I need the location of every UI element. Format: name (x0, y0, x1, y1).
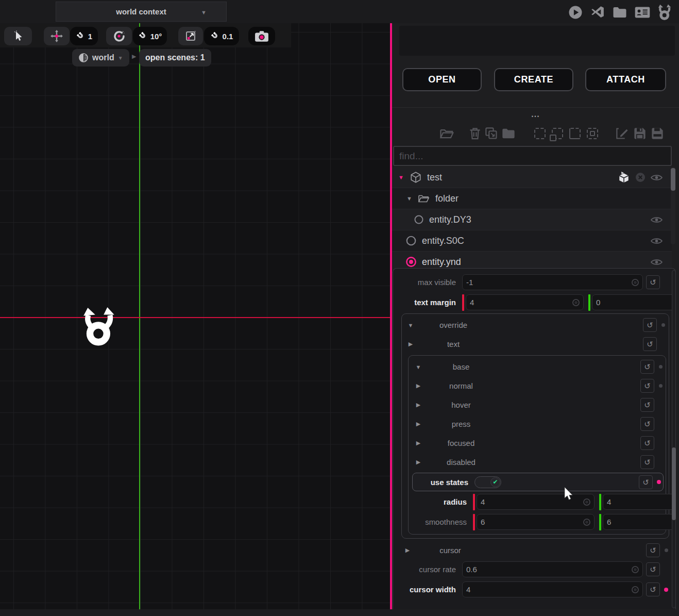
tree-row-entity-s0c[interactable]: entity.S0C (392, 230, 672, 252)
rotate-snap-button[interactable]: 10° (133, 27, 167, 45)
tree-scrollbar-thumb[interactable] (671, 168, 675, 191)
props-scrollbar-track[interactable] (672, 270, 676, 608)
value-input[interactable] (466, 278, 632, 287)
value-input[interactable] (596, 298, 676, 307)
remove-icon[interactable] (635, 172, 646, 183)
expander-right-icon[interactable]: ▶ (412, 402, 425, 408)
drag-knob[interactable] (572, 299, 580, 306)
radius-x-input[interactable] (477, 494, 595, 510)
reset-button[interactable]: ↺ (639, 475, 653, 489)
value-input[interactable] (607, 518, 676, 526)
visibility-eye-icon[interactable] (651, 216, 663, 224)
folder-open-button[interactable] (439, 127, 455, 140)
select-partial-button[interactable] (569, 128, 581, 139)
open-button[interactable]: OPEN (402, 68, 482, 91)
radius-y-input[interactable] (603, 494, 676, 510)
entity-logo-sprite[interactable] (81, 307, 118, 347)
reset-button[interactable]: ↺ (643, 318, 657, 332)
visibility-eye-icon[interactable] (651, 174, 663, 181)
use-states-toggle[interactable]: ✔ (474, 476, 501, 488)
value-input[interactable] (466, 585, 632, 594)
base-header[interactable]: ▼ base ↺ (412, 357, 664, 376)
scale-tool-button[interactable] (178, 27, 203, 45)
reset-button[interactable]: ↺ (640, 398, 654, 412)
value-input[interactable] (470, 298, 572, 307)
override-header[interactable]: ▼ override ↺ (404, 315, 666, 335)
reset-button[interactable]: ↺ (640, 417, 654, 431)
text-subgroup-header[interactable]: ▶ text ↺ (404, 335, 666, 354)
disabled-subgroup-header[interactable]: ▶ disabled ↺ (412, 453, 664, 472)
unpack-prefab-icon[interactable] (618, 171, 630, 184)
screenshot-button[interactable] (248, 27, 275, 45)
scene-viewport[interactable]: 1 10° 0.1 world ▼ ▶ open scenes: 1 (0, 23, 391, 609)
smoothness-y-input[interactable] (603, 514, 676, 530)
drag-knob[interactable] (632, 586, 639, 593)
select-union-button[interactable] (552, 128, 563, 139)
cursor-subgroup-header[interactable]: ▶ cursor ↺ (401, 541, 669, 560)
expander-right-icon[interactable]: ▶ (404, 341, 417, 347)
reset-button[interactable]: ↺ (640, 360, 654, 374)
tree-row-test[interactable]: ▼ test (392, 167, 672, 188)
expander-right-icon[interactable]: ▶ (401, 547, 414, 554)
select-contents-button[interactable] (587, 128, 598, 139)
context-selector[interactable]: world context ▼ (56, 2, 227, 22)
expander-right-icon[interactable]: ▶ (412, 440, 425, 446)
hierarchy-search[interactable] (393, 146, 672, 166)
expander-down-icon[interactable]: ▼ (404, 322, 417, 328)
play-button[interactable] (568, 5, 583, 20)
attach-button[interactable]: ATTACH (585, 68, 666, 91)
create-button[interactable]: CREATE (494, 68, 573, 91)
value-input[interactable] (481, 518, 583, 526)
cursor-width-input[interactable] (462, 581, 643, 597)
engine-logo-icon[interactable] (657, 4, 673, 21)
folder-icon[interactable] (612, 6, 627, 19)
focused-subgroup-header[interactable]: ▶ focused ↺ (412, 434, 664, 453)
drag-knob[interactable] (583, 498, 590, 506)
text-margin-y-input[interactable] (592, 294, 676, 310)
max-visible-input[interactable] (462, 274, 643, 290)
reset-button[interactable]: ↺ (640, 379, 654, 393)
smoothness-x-input[interactable] (477, 514, 595, 530)
save-button[interactable] (633, 127, 647, 140)
more-button[interactable]: ... (392, 110, 679, 119)
duplicate-button[interactable] (485, 127, 498, 140)
vscode-icon[interactable] (590, 5, 605, 20)
contact-card-icon[interactable] (634, 6, 651, 19)
text-margin-x-input[interactable] (466, 294, 584, 310)
expander-right-icon[interactable]: ▶ (412, 421, 425, 427)
select-rect-button[interactable] (534, 128, 546, 139)
scale-snap-button[interactable]: 0.1 (204, 27, 239, 45)
open-scenes-badge[interactable]: open scenes: 1 (139, 49, 211, 66)
props-scrollbar-thumb[interactable] (672, 447, 676, 520)
edit-button[interactable] (616, 127, 629, 140)
visibility-eye-icon[interactable] (651, 258, 663, 266)
move-tool-button[interactable] (44, 27, 70, 45)
expander-down-icon[interactable]: ▼ (412, 364, 425, 370)
reset-button[interactable]: ↺ (646, 582, 660, 596)
drag-knob[interactable] (583, 519, 590, 526)
tree-row-folder[interactable]: ▼ folder (392, 188, 672, 209)
move-snap-button[interactable]: 1 (70, 27, 98, 45)
save-all-button[interactable] (651, 127, 664, 140)
value-input[interactable] (607, 497, 676, 506)
search-input[interactable] (394, 147, 671, 165)
new-folder-button[interactable] (501, 127, 516, 140)
scene-selector[interactable]: world ▼ (72, 49, 129, 66)
reset-button[interactable]: ↺ (646, 562, 660, 576)
normal-subgroup-header[interactable]: ▶ normal ↺ (412, 376, 664, 395)
reset-button[interactable]: ↺ (643, 337, 657, 351)
expander-right-icon[interactable]: ▶ (412, 459, 425, 465)
delete-button[interactable] (469, 127, 481, 140)
cursor-rate-input[interactable] (462, 561, 643, 577)
reset-button[interactable]: ↺ (646, 543, 660, 557)
drag-knob[interactable] (632, 566, 639, 573)
press-subgroup-header[interactable]: ▶ press ↺ (412, 414, 664, 434)
prop-row-use-states[interactable]: use states ✔ ↺ (412, 473, 664, 491)
value-input[interactable] (466, 565, 632, 574)
tree-row-entity-dy3[interactable]: entity.DY3 (392, 209, 672, 230)
reset-button[interactable]: ↺ (640, 455, 654, 469)
reset-button[interactable]: ↺ (640, 436, 654, 450)
rotate-tool-button[interactable] (106, 27, 132, 45)
select-tool-button[interactable] (4, 27, 32, 45)
visibility-eye-icon[interactable] (651, 237, 663, 245)
